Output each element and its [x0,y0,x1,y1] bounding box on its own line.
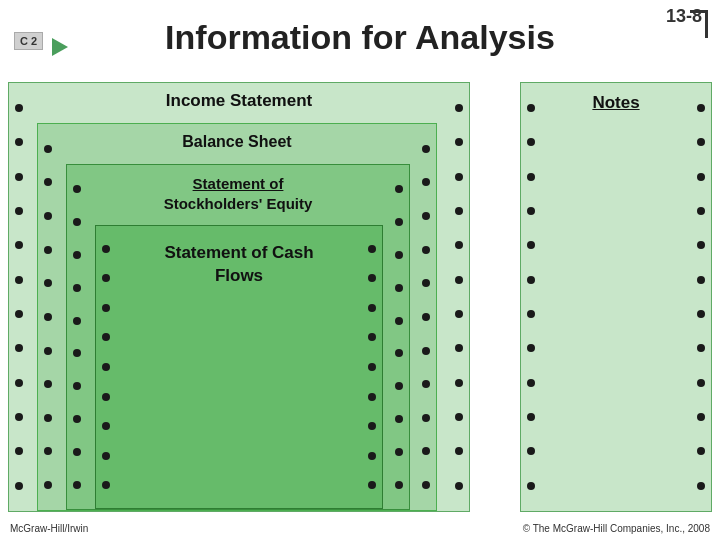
dot [455,379,463,387]
dot [102,274,110,282]
dot [15,207,23,215]
dot [527,138,535,146]
dot [455,276,463,284]
dot [44,145,52,153]
dot [15,241,23,249]
balance-right-dots [422,132,430,502]
dot [44,178,52,186]
footer: McGraw-Hill/Irwin © The McGraw-Hill Comp… [10,523,710,534]
dot [697,344,705,352]
dot [422,212,430,220]
dot [395,218,403,226]
dot [368,393,376,401]
dot [102,422,110,430]
footer-right: © The McGraw-Hill Companies, Inc., 2008 [523,523,710,534]
dot [455,413,463,421]
balance-sheet-panel: Balance Sheet [37,123,437,511]
dot [422,347,430,355]
dot [527,482,535,490]
dot [697,241,705,249]
dot [44,212,52,220]
dot [455,207,463,215]
notes-right-dots [697,91,705,503]
balance-sheet-label: Balance Sheet [66,133,408,151]
dot [15,310,23,318]
stockholders-right-dots [395,173,403,501]
stockholders-equity-label: Stockholders' Equity [95,195,381,212]
dot [15,379,23,387]
content-area: Income Statement [8,82,712,508]
cash-flows-line2: Flows [215,266,263,285]
dot [44,246,52,254]
dot [102,304,110,312]
dot [102,245,110,253]
dot [527,310,535,318]
income-statement-label: Income Statement [37,91,441,111]
dot [73,218,81,226]
dot [73,317,81,325]
dot [102,393,110,401]
dot [73,382,81,390]
dot [44,447,52,455]
page-title: Information for Analysis [0,18,720,57]
dot [395,185,403,193]
notes-label: Notes [521,93,711,113]
notes-panel: Notes [520,82,712,512]
balance-left-dots [44,132,52,502]
dot [368,274,376,282]
dot [455,241,463,249]
dot [697,138,705,146]
statement-of-label: Statement of [95,175,381,192]
dot [422,313,430,321]
dot [395,317,403,325]
dot [368,304,376,312]
dot [455,173,463,181]
dot [422,380,430,388]
dot [368,452,376,460]
dot [15,276,23,284]
dot [422,414,430,422]
dot [527,344,535,352]
dot [697,310,705,318]
dot [395,481,403,489]
dot [73,448,81,456]
dot [368,481,376,489]
footer-left: McGraw-Hill/Irwin [10,523,88,534]
dot [455,344,463,352]
dot [15,413,23,421]
dot [73,481,81,489]
dot [44,380,52,388]
dot [697,276,705,284]
dot [527,241,535,249]
dot [395,349,403,357]
dot [422,145,430,153]
stockholders-panel: Statement of Stockholders' Equity [66,164,410,510]
dot [697,207,705,215]
cash-flows-label: Statement of Cash Flows [120,242,358,288]
dot [102,363,110,371]
dot [697,447,705,455]
dot [44,347,52,355]
dot [422,279,430,287]
notes-left-dots [527,91,535,503]
income-right-dots [455,91,463,503]
dot [15,482,23,490]
dot [455,138,463,146]
dot [422,246,430,254]
dot [15,447,23,455]
dot [697,379,705,387]
cash-flows-line1: Statement of Cash [164,243,313,262]
income-statement-panel: Income Statement [8,82,470,512]
dot [395,284,403,292]
dot [527,379,535,387]
dot [15,138,23,146]
dot [697,173,705,181]
dot [455,104,463,112]
dot [102,333,110,341]
dot [15,173,23,181]
dot [527,276,535,284]
dot [395,382,403,390]
dot [73,349,81,357]
dot [395,251,403,259]
dot [697,413,705,421]
